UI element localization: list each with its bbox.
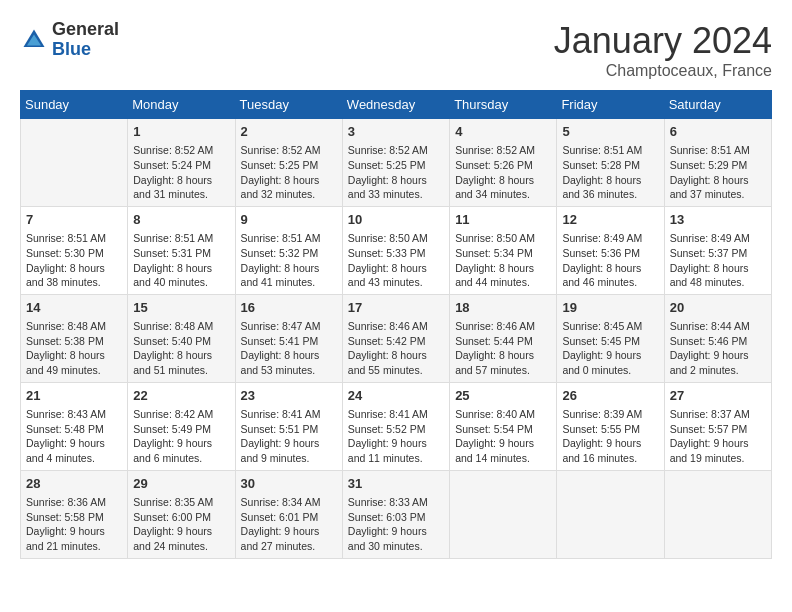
sunset: Sunset: 5:32 PM bbox=[241, 246, 337, 261]
sunrise: Sunrise: 8:42 AM bbox=[133, 407, 229, 422]
daylight: Daylight: 8 hours and 57 minutes. bbox=[455, 348, 551, 377]
sunrise: Sunrise: 8:52 AM bbox=[133, 143, 229, 158]
calendar-cell: 29Sunrise: 8:35 AMSunset: 6:00 PMDayligh… bbox=[128, 470, 235, 558]
logo-general: General bbox=[52, 19, 119, 39]
day-number: 23 bbox=[241, 387, 337, 405]
calendar-cell: 1Sunrise: 8:52 AMSunset: 5:24 PMDaylight… bbox=[128, 119, 235, 207]
sunset: Sunset: 5:41 PM bbox=[241, 334, 337, 349]
day-number: 8 bbox=[133, 211, 229, 229]
sunset: Sunset: 5:38 PM bbox=[26, 334, 122, 349]
sunset: Sunset: 5:49 PM bbox=[133, 422, 229, 437]
day-number: 9 bbox=[241, 211, 337, 229]
calendar-cell bbox=[450, 470, 557, 558]
calendar-cell: 23Sunrise: 8:41 AMSunset: 5:51 PMDayligh… bbox=[235, 382, 342, 470]
day-number: 19 bbox=[562, 299, 658, 317]
sunrise: Sunrise: 8:52 AM bbox=[455, 143, 551, 158]
sunset: Sunset: 5:29 PM bbox=[670, 158, 766, 173]
location: Champtoceaux, France bbox=[554, 62, 772, 80]
daylight: Daylight: 9 hours and 4 minutes. bbox=[26, 436, 122, 465]
sunset: Sunset: 5:57 PM bbox=[670, 422, 766, 437]
daylight: Daylight: 9 hours and 11 minutes. bbox=[348, 436, 444, 465]
daylight: Daylight: 9 hours and 16 minutes. bbox=[562, 436, 658, 465]
sunrise: Sunrise: 8:46 AM bbox=[455, 319, 551, 334]
daylight: Daylight: 8 hours and 34 minutes. bbox=[455, 173, 551, 202]
day-number: 7 bbox=[26, 211, 122, 229]
daylight: Daylight: 9 hours and 0 minutes. bbox=[562, 348, 658, 377]
day-number: 25 bbox=[455, 387, 551, 405]
sunrise: Sunrise: 8:41 AM bbox=[241, 407, 337, 422]
day-number: 2 bbox=[241, 123, 337, 141]
sunrise: Sunrise: 8:46 AM bbox=[348, 319, 444, 334]
sunset: Sunset: 5:55 PM bbox=[562, 422, 658, 437]
sunrise: Sunrise: 8:35 AM bbox=[133, 495, 229, 510]
day-number: 3 bbox=[348, 123, 444, 141]
sunrise: Sunrise: 8:51 AM bbox=[133, 231, 229, 246]
sunrise: Sunrise: 8:39 AM bbox=[562, 407, 658, 422]
daylight: Daylight: 9 hours and 24 minutes. bbox=[133, 524, 229, 553]
sunrise: Sunrise: 8:33 AM bbox=[348, 495, 444, 510]
day-number: 6 bbox=[670, 123, 766, 141]
day-number: 30 bbox=[241, 475, 337, 493]
daylight: Daylight: 8 hours and 46 minutes. bbox=[562, 261, 658, 290]
calendar-cell: 14Sunrise: 8:48 AMSunset: 5:38 PMDayligh… bbox=[21, 294, 128, 382]
weekday-header-wednesday: Wednesday bbox=[342, 91, 449, 119]
daylight: Daylight: 8 hours and 33 minutes. bbox=[348, 173, 444, 202]
calendar-cell: 11Sunrise: 8:50 AMSunset: 5:34 PMDayligh… bbox=[450, 206, 557, 294]
logo: General Blue bbox=[20, 20, 119, 60]
daylight: Daylight: 9 hours and 21 minutes. bbox=[26, 524, 122, 553]
sunset: Sunset: 5:24 PM bbox=[133, 158, 229, 173]
calendar-cell: 18Sunrise: 8:46 AMSunset: 5:44 PMDayligh… bbox=[450, 294, 557, 382]
day-number: 20 bbox=[670, 299, 766, 317]
daylight: Daylight: 8 hours and 49 minutes. bbox=[26, 348, 122, 377]
sunset: Sunset: 5:40 PM bbox=[133, 334, 229, 349]
daylight: Daylight: 8 hours and 48 minutes. bbox=[670, 261, 766, 290]
calendar-cell: 30Sunrise: 8:34 AMSunset: 6:01 PMDayligh… bbox=[235, 470, 342, 558]
sunrise: Sunrise: 8:52 AM bbox=[348, 143, 444, 158]
sunrise: Sunrise: 8:48 AM bbox=[26, 319, 122, 334]
calendar-cell: 28Sunrise: 8:36 AMSunset: 5:58 PMDayligh… bbox=[21, 470, 128, 558]
calendar-cell: 6Sunrise: 8:51 AMSunset: 5:29 PMDaylight… bbox=[664, 119, 771, 207]
day-number: 4 bbox=[455, 123, 551, 141]
daylight: Daylight: 9 hours and 9 minutes. bbox=[241, 436, 337, 465]
sunset: Sunset: 5:33 PM bbox=[348, 246, 444, 261]
daylight: Daylight: 9 hours and 30 minutes. bbox=[348, 524, 444, 553]
sunset: Sunset: 5:30 PM bbox=[26, 246, 122, 261]
day-number: 15 bbox=[133, 299, 229, 317]
sunset: Sunset: 6:00 PM bbox=[133, 510, 229, 525]
sunrise: Sunrise: 8:47 AM bbox=[241, 319, 337, 334]
logo-text: General Blue bbox=[52, 20, 119, 60]
calendar-cell: 2Sunrise: 8:52 AMSunset: 5:25 PMDaylight… bbox=[235, 119, 342, 207]
sunset: Sunset: 5:51 PM bbox=[241, 422, 337, 437]
sunset: Sunset: 5:48 PM bbox=[26, 422, 122, 437]
weekday-header-saturday: Saturday bbox=[664, 91, 771, 119]
daylight: Daylight: 8 hours and 43 minutes. bbox=[348, 261, 444, 290]
calendar-cell: 7Sunrise: 8:51 AMSunset: 5:30 PMDaylight… bbox=[21, 206, 128, 294]
calendar-cell: 16Sunrise: 8:47 AMSunset: 5:41 PMDayligh… bbox=[235, 294, 342, 382]
day-number: 14 bbox=[26, 299, 122, 317]
daylight: Daylight: 9 hours and 27 minutes. bbox=[241, 524, 337, 553]
day-number: 27 bbox=[670, 387, 766, 405]
calendar-cell: 15Sunrise: 8:48 AMSunset: 5:40 PMDayligh… bbox=[128, 294, 235, 382]
sunrise: Sunrise: 8:51 AM bbox=[562, 143, 658, 158]
day-number: 29 bbox=[133, 475, 229, 493]
sunrise: Sunrise: 8:45 AM bbox=[562, 319, 658, 334]
calendar-cell: 27Sunrise: 8:37 AMSunset: 5:57 PMDayligh… bbox=[664, 382, 771, 470]
day-number: 16 bbox=[241, 299, 337, 317]
day-number: 22 bbox=[133, 387, 229, 405]
weekday-header-row: SundayMondayTuesdayWednesdayThursdayFrid… bbox=[21, 91, 772, 119]
calendar-cell: 24Sunrise: 8:41 AMSunset: 5:52 PMDayligh… bbox=[342, 382, 449, 470]
sunset: Sunset: 5:58 PM bbox=[26, 510, 122, 525]
daylight: Daylight: 8 hours and 41 minutes. bbox=[241, 261, 337, 290]
day-number: 10 bbox=[348, 211, 444, 229]
sunrise: Sunrise: 8:50 AM bbox=[348, 231, 444, 246]
page-header: General Blue January 2024 Champtoceaux, … bbox=[20, 20, 772, 80]
day-number: 13 bbox=[670, 211, 766, 229]
day-number: 17 bbox=[348, 299, 444, 317]
day-number: 18 bbox=[455, 299, 551, 317]
day-number: 12 bbox=[562, 211, 658, 229]
sunset: Sunset: 5:54 PM bbox=[455, 422, 551, 437]
sunrise: Sunrise: 8:51 AM bbox=[241, 231, 337, 246]
daylight: Daylight: 8 hours and 38 minutes. bbox=[26, 261, 122, 290]
daylight: Daylight: 8 hours and 36 minutes. bbox=[562, 173, 658, 202]
title-block: January 2024 Champtoceaux, France bbox=[554, 20, 772, 80]
